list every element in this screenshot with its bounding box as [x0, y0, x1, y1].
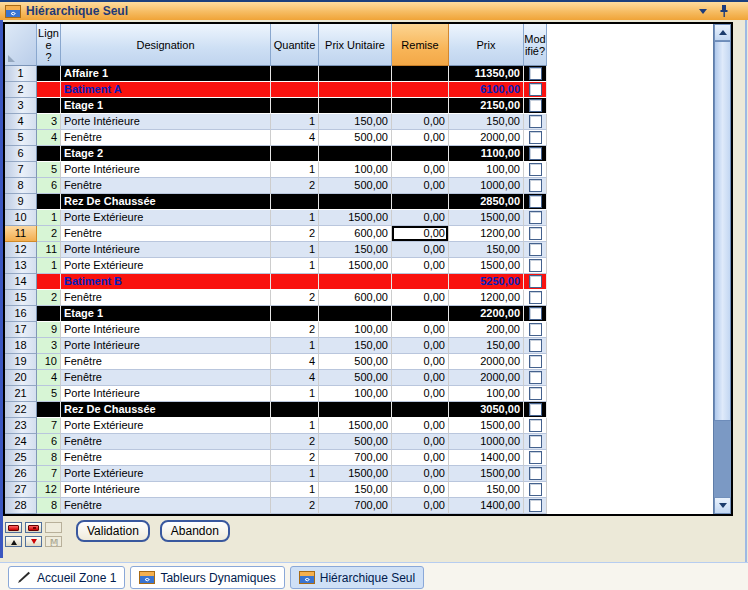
cell-prix-unitaire[interactable]	[319, 82, 392, 98]
cell-designation[interactable]: Fenêtre	[61, 450, 271, 466]
cell-quantite[interactable]	[271, 82, 319, 98]
cell-designation[interactable]: Fenêtre	[61, 498, 271, 514]
cell-designation[interactable]: Fenêtre	[61, 354, 271, 370]
modified-checkbox[interactable]	[529, 499, 542, 512]
cell-prix[interactable]: 6100,00	[449, 82, 524, 98]
modified-checkbox[interactable]	[529, 339, 542, 352]
up-triangle-icon[interactable]	[5, 536, 22, 547]
cell-ligne[interactable]: 10	[37, 354, 61, 370]
cell-remise[interactable]: 0,00	[392, 162, 449, 178]
blank-disabled-icon[interactable]	[45, 522, 62, 533]
cell-prix[interactable]: 1200,00	[449, 290, 524, 306]
cell-designation[interactable]: Batiment A	[61, 82, 271, 98]
cell-prix[interactable]: 1000,00	[449, 434, 524, 450]
cell-ligne[interactable]	[37, 194, 61, 210]
cell-prix-unitaire[interactable]: 600,00	[319, 226, 392, 242]
modified-checkbox[interactable]	[529, 243, 542, 256]
row-number[interactable]: 19	[5, 354, 37, 370]
cell-designation[interactable]: Porte Intérieure	[61, 386, 271, 402]
cell-designation[interactable]: Fenêtre	[61, 226, 271, 242]
cell-remise[interactable]: 0,00	[392, 290, 449, 306]
cell-remise[interactable]: 0,00	[392, 130, 449, 146]
cell-quantite[interactable]: 1	[271, 242, 319, 258]
cell-quantite[interactable]: 2	[271, 178, 319, 194]
cell-remise[interactable]	[392, 194, 449, 210]
cell-designation[interactable]: Fenêtre	[61, 130, 271, 146]
cell-prix-unitaire[interactable]: 100,00	[319, 386, 392, 402]
cell-quantite[interactable]: 4	[271, 370, 319, 386]
red-bar-icon[interactable]	[5, 522, 22, 533]
cell-prix-unitaire[interactable]: 600,00	[319, 290, 392, 306]
cell-designation[interactable]: Porte Intérieure	[61, 114, 271, 130]
cell-ligne[interactable]: 2	[37, 226, 61, 242]
row-number[interactable]: 24	[5, 434, 37, 450]
cell-ligne[interactable]: 3	[37, 114, 61, 130]
cell-remise[interactable]	[392, 98, 449, 114]
cell-prix-unitaire[interactable]: 150,00	[319, 338, 392, 354]
cell-quantite[interactable]: 2	[271, 290, 319, 306]
cell-ligne[interactable]	[37, 98, 61, 114]
cell-ligne[interactable]: 8	[37, 498, 61, 514]
cell-designation[interactable]: Porte Extérieure	[61, 418, 271, 434]
cell-prix[interactable]: 1500,00	[449, 466, 524, 482]
cell-prix[interactable]: 2150,00	[449, 98, 524, 114]
modified-checkbox[interactable]	[529, 83, 542, 96]
cell-ligne[interactable]: 5	[37, 162, 61, 178]
row-number[interactable]: 3	[5, 98, 37, 114]
cell-ligne[interactable]: 8	[37, 450, 61, 466]
red-down-triangle-icon[interactable]	[25, 536, 42, 547]
cell-ligne[interactable]: 7	[37, 418, 61, 434]
modified-checkbox[interactable]	[529, 467, 542, 480]
cell-designation[interactable]: Porte Extérieure	[61, 258, 271, 274]
cell-remise[interactable]: 0,00	[392, 498, 449, 514]
cell-designation[interactable]: Batiment B	[61, 274, 271, 290]
row-number[interactable]: 12	[5, 242, 37, 258]
cell-quantite[interactable]: 2	[271, 450, 319, 466]
cell-quantite[interactable]: 2	[271, 226, 319, 242]
scroll-up-button[interactable]	[714, 24, 731, 41]
cell-remise[interactable]: 0,00	[392, 482, 449, 498]
modified-checkbox[interactable]	[529, 179, 542, 192]
modified-checkbox[interactable]	[529, 419, 542, 432]
cell-prix-unitaire[interactable]	[319, 194, 392, 210]
modified-checkbox[interactable]	[529, 355, 542, 368]
row-number[interactable]: 13	[5, 258, 37, 274]
cell-ligne[interactable]: 12	[37, 482, 61, 498]
cell-prix-unitaire[interactable]: 700,00	[319, 450, 392, 466]
cell-remise[interactable]: 0,00	[392, 434, 449, 450]
cell-prix[interactable]: 100,00	[449, 386, 524, 402]
cell-ligne[interactable]: 1	[37, 258, 61, 274]
cell-ligne[interactable]: 5	[37, 386, 61, 402]
vertical-scrollbar[interactable]	[713, 24, 731, 514]
cell-designation[interactable]: Porte Extérieure	[61, 466, 271, 482]
cell-designation[interactable]: Porte Intérieure	[61, 322, 271, 338]
cell-ligne[interactable]	[37, 274, 61, 290]
cell-prix-unitaire[interactable]: 700,00	[319, 498, 392, 514]
cell-ligne[interactable]: 9	[37, 322, 61, 338]
cell-designation[interactable]: Fenêtre	[61, 370, 271, 386]
modified-checkbox[interactable]	[529, 115, 542, 128]
row-number[interactable]: 10	[5, 210, 37, 226]
bracket-m-disabled-icon[interactable]: [M]	[45, 536, 62, 547]
red-bar-dash-icon[interactable]	[25, 522, 42, 533]
cell-remise[interactable]	[392, 274, 449, 290]
row-number[interactable]: 11	[5, 226, 37, 242]
cell-prix[interactable]: 1400,00	[449, 450, 524, 466]
cell-ligne[interactable]: 1	[37, 210, 61, 226]
scrollbar-thumb[interactable]	[714, 41, 731, 421]
modified-checkbox[interactable]	[529, 227, 542, 240]
cell-designation[interactable]: Rez De Chaussée	[61, 402, 271, 418]
modified-checkbox[interactable]	[529, 131, 542, 144]
row-number[interactable]: 4	[5, 114, 37, 130]
cell-quantite[interactable]	[271, 66, 319, 82]
row-number[interactable]: 21	[5, 386, 37, 402]
row-number[interactable]: 14	[5, 274, 37, 290]
cell-ligne[interactable]	[37, 66, 61, 82]
cell-quantite[interactable]: 2	[271, 322, 319, 338]
modified-checkbox[interactable]	[529, 147, 542, 160]
cell-remise[interactable]	[392, 402, 449, 418]
cell-designation[interactable]: Fenêtre	[61, 290, 271, 306]
cell-prix[interactable]: 2850,00	[449, 194, 524, 210]
cell-prix-unitaire[interactable]	[319, 274, 392, 290]
cell-prix-unitaire[interactable]: 1500,00	[319, 258, 392, 274]
